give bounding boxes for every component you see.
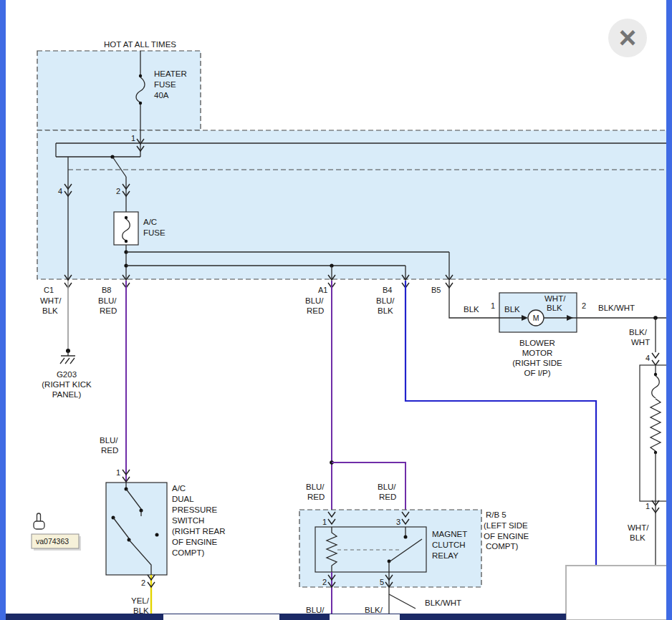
relay-name-line1: MAGNET [432, 530, 467, 538]
wiring-diagram-viewer: HOT AT ALL TIMES 1 HEATER FUSE 40A 4 2 A… [0, 0, 672, 620]
pressure-switch-box [106, 483, 167, 575]
pressure-switch-location-line2: OF ENGINE [172, 538, 218, 546]
connector-a1-pin: A1 [318, 286, 327, 294]
ac-fuse-name-line2: FUSE [143, 228, 165, 237]
fuse-terminal-dot [139, 102, 142, 105]
blower-location-line2: OF I/P) [524, 369, 550, 377]
junction-block-region [37, 130, 668, 279]
wire-color-label: RED [307, 493, 325, 501]
connector-b8-pin: B8 [102, 286, 111, 294]
relay-name-line3: RELAY [432, 551, 459, 560]
connector-c1-pin: C1 [44, 286, 54, 294]
relay-name-line2: CLUTCH [432, 541, 466, 549]
blower-name-line1: BLOWER [519, 339, 555, 347]
fuse-terminal-dot [125, 240, 128, 243]
wire-color-label: WHT/ [544, 294, 566, 303]
wire-color-label: BLK [547, 304, 562, 312]
motor-letter: M [533, 314, 539, 322]
bottom-cutoff-button-2[interactable] [330, 614, 400, 620]
wire-color-label: RED [101, 446, 118, 455]
wire-color-label: BLU/ [306, 483, 325, 491]
wire-color-label: BLU/ [378, 483, 396, 491]
contact-dot [155, 533, 159, 537]
right-window-border [666, 0, 672, 620]
wire-color-label: BLK [504, 305, 520, 314]
connector-b4-pin: B4 [383, 286, 392, 294]
blower-location-line1: (RIGHT SIDE [512, 359, 562, 367]
resistor-pin-top-label: 4 [645, 354, 650, 362]
pressure-switch-name-line4: SWITCH [172, 516, 204, 525]
cursor-tooltip: va074363 [32, 534, 81, 551]
blower-pin-in-label: 1 [491, 301, 495, 310]
wire-color-label: BLK/ [629, 328, 648, 336]
cutoff-component-box [566, 566, 671, 620]
relay-pin5-label: 5 [380, 578, 384, 586]
ac-fuse-name-line1: A/C [143, 218, 157, 226]
heater-fuse-name-line2: FUSE [154, 80, 176, 89]
wire-color-label: WHT [631, 338, 650, 347]
pressure-switch-name-line2: DUAL [172, 495, 194, 503]
wire-color-label: RED [100, 306, 117, 315]
jb-pin2-label: 2 [116, 187, 120, 195]
wire-color-label: WHT/ [40, 296, 62, 305]
wire-color-label: RED [379, 493, 396, 501]
relay-location-line2: (LEFT SIDE [484, 521, 528, 530]
fuse-box-region [37, 51, 201, 130]
contact-dot [404, 536, 408, 539]
ground-location-line2: PANEL) [52, 390, 82, 399]
tooltip-text: va074363 [36, 537, 69, 546]
wire-color-label: BLU/ [306, 606, 325, 614]
wire-color-label: BLU/ [98, 296, 117, 305]
wire-color-label: BLU/ [100, 436, 118, 445]
heater-fuse-name-line3: 40A [154, 91, 169, 100]
fuse-terminal-dot [125, 216, 128, 219]
jb-pin4-label: 4 [58, 187, 62, 195]
wire-color-label: BLK/WHT [598, 304, 635, 312]
wire-color-label: BLK [42, 306, 58, 315]
relay-location-line3: OF ENGINE [484, 532, 529, 541]
relay-pin2-label: 2 [322, 578, 327, 586]
wire-color-label: BLK [630, 533, 645, 542]
blower-name-line2: MOTOR [522, 349, 553, 357]
connector-b5-pin: B5 [431, 286, 441, 294]
relay-pin1-label: 1 [322, 518, 327, 526]
wire-color-label: BLK/ [365, 606, 383, 614]
close-icon: × [619, 21, 637, 54]
ground-name: G203 [57, 370, 77, 379]
resistor-pin-bottom-label: 1 [645, 502, 650, 510]
wire-color-label: BLK/WHT [425, 599, 461, 607]
wire-color-label: RED [307, 306, 324, 315]
pressure-switch-pin-bottom: 2 [141, 578, 145, 587]
close-button[interactable]: × [608, 19, 647, 57]
wire-color-label: BLU/ [376, 296, 395, 305]
wire-color-label: BLK [464, 305, 479, 314]
relay-location-line4: COMPT) [486, 542, 519, 551]
ground-location-line1: (RIGHT KICK [42, 380, 92, 389]
wire-color-label: YEL/ [131, 596, 150, 605]
blower-pin-out-label: 2 [582, 301, 586, 310]
left-window-border [0, 0, 6, 620]
heater-fuse-pin-label: 1 [131, 134, 135, 142]
heater-fuse-name-line1: HEATER [154, 69, 187, 78]
wire-color-label: WHT/ [628, 523, 649, 532]
wire-color-label: BLU/ [305, 296, 324, 305]
relay-location-line1: R/B 5 [486, 510, 507, 519]
bottom-cutoff-button-1[interactable] [163, 614, 279, 620]
relay-pin3-label: 3 [396, 518, 400, 526]
wire-color-label: BLK [378, 306, 393, 315]
pressure-switch-name-line3: PRESSURE [172, 505, 218, 514]
cursor-palm [34, 521, 44, 529]
hot-at-all-times-label: HOT AT ALL TIMES [104, 40, 176, 49]
pressure-switch-pin-top: 1 [116, 468, 120, 477]
pressure-switch-location-line1: (RIGHT REAR [172, 527, 226, 536]
pressure-switch-location-line3: COMPT) [172, 548, 205, 557]
terminal-dot [654, 373, 657, 376]
bottom-toolbar [6, 614, 566, 620]
bottom-bar [6, 614, 566, 620]
wiring-diagram-canvas: HOT AT ALL TIMES 1 HEATER FUSE 40A 4 2 A… [0, 0, 672, 620]
fuse-terminal-dot [139, 74, 142, 77]
pressure-switch-name-line1: A/C [172, 484, 186, 493]
